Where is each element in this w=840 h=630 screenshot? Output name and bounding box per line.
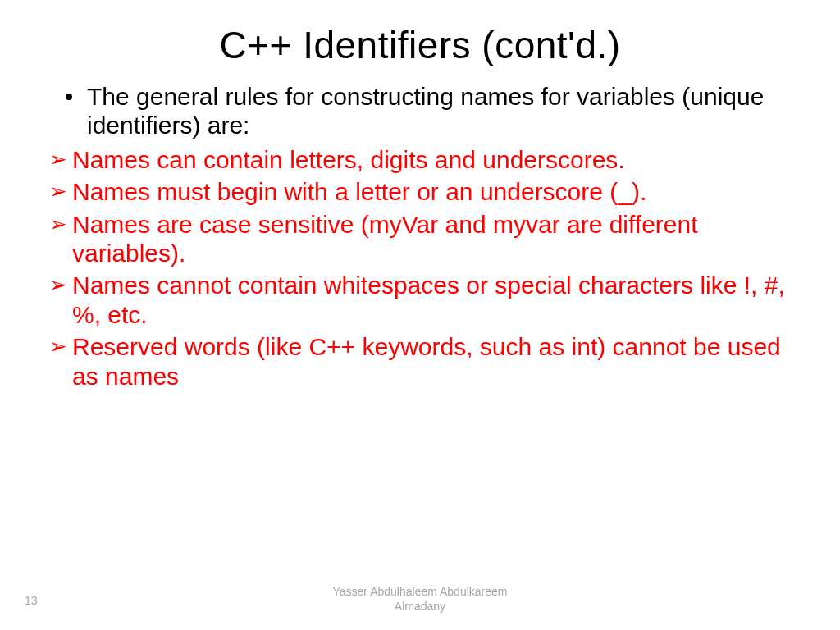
- rule-text: Reserved words (like C++ keywords, such …: [72, 332, 791, 390]
- arrow-icon: ➢: [49, 334, 67, 359]
- author-line-1: Yasser Abdulhaleem Abdulkareem: [333, 585, 508, 598]
- slide-title: C++ Identifiers (cont'd.): [49, 23, 791, 67]
- footer-author: Yasser Abdulhaleem Abdulkareem Almadany: [0, 585, 840, 614]
- slide: C++ Identifiers (cont'd.) The general ru…: [0, 0, 840, 630]
- rule-item: ➢ Names are case sensitive (myVar and my…: [49, 210, 791, 268]
- arrow-icon: ➢: [49, 272, 67, 298]
- intro-item: The general rules for constructing names…: [49, 82, 791, 140]
- arrow-icon: ➢: [49, 179, 67, 204]
- rule-text: Names cannot contain whitespaces or spec…: [72, 271, 791, 329]
- rule-item: ➢ Names must begin with a letter or an u…: [49, 177, 791, 206]
- arrow-icon: ➢: [49, 147, 67, 172]
- rule-text: Names are case sensitive (myVar and myva…: [72, 210, 791, 268]
- rule-item: ➢ Names can contain letters, digits and …: [49, 145, 791, 174]
- rule-text: Names can contain letters, digits and un…: [72, 145, 791, 174]
- intro-text: The general rules for constructing names…: [87, 82, 791, 140]
- arrow-icon: ➢: [49, 212, 67, 237]
- author-line-2: Almadany: [395, 600, 445, 613]
- rule-text: Names must begin with a letter or an und…: [72, 177, 791, 206]
- rule-item: ➢ Reserved words (like C++ keywords, suc…: [49, 332, 791, 390]
- bullet-dot-icon: [66, 94, 72, 100]
- slide-content: The general rules for constructing names…: [49, 82, 791, 390]
- rule-item: ➢ Names cannot contain whitespaces or sp…: [49, 271, 791, 329]
